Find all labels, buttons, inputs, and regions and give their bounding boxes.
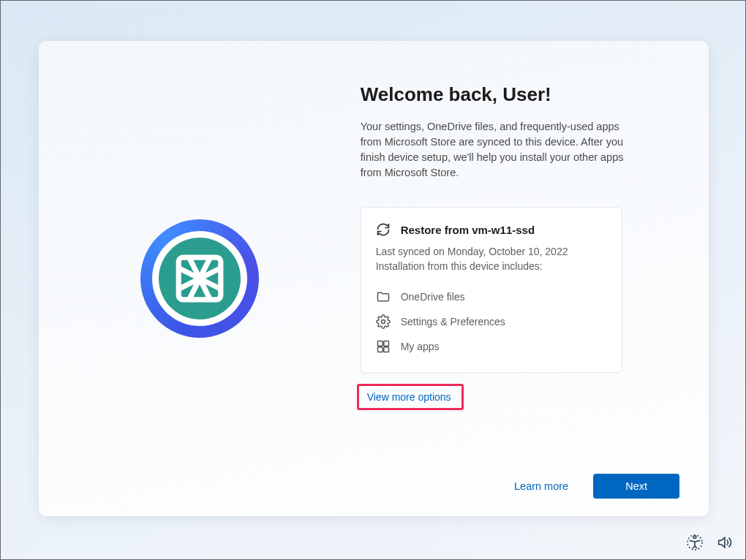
learn-more-button[interactable]: Learn more — [502, 474, 580, 499]
apps-icon — [376, 339, 391, 354]
restore-item-settings: Settings & Preferences — [376, 309, 607, 334]
page-description: Your settings, OneDrive files, and frequ… — [361, 119, 631, 181]
view-more-options-link[interactable]: View more options — [361, 386, 458, 408]
system-tray — [687, 534, 732, 550]
content-pane: Welcome back, User! Your settings, OneDr… — [361, 41, 709, 516]
restore-item-label: Settings & Preferences — [401, 316, 505, 328]
footer-actions: Learn more Next — [502, 474, 679, 499]
restore-item-apps: My apps — [376, 334, 607, 359]
avatar-icon — [159, 238, 241, 319]
svg-point-6 — [693, 536, 696, 539]
knot-icon — [173, 252, 226, 305]
avatar-inner — [152, 231, 247, 326]
restore-item-onedrive: OneDrive files — [376, 284, 607, 309]
page-title: Welcome back, User! — [361, 83, 679, 106]
restore-card[interactable]: Restore from vm-w11-ssd Last synced on M… — [361, 207, 622, 373]
svg-rect-4 — [377, 347, 383, 352]
restore-header: Restore from vm-w11-ssd — [376, 222, 607, 237]
next-button[interactable]: Next — [593, 474, 679, 499]
sync-icon — [376, 222, 391, 237]
svg-point-1 — [381, 319, 385, 323]
setup-card: Welcome back, User! Your settings, OneDr… — [39, 41, 709, 516]
restore-title: Restore from vm-w11-ssd — [401, 224, 535, 236]
volume-icon[interactable] — [716, 534, 732, 550]
folder-icon — [376, 290, 391, 304]
avatar-pane — [39, 41, 361, 516]
restore-subtext: Last synced on Monday, October 10, 2022 … — [376, 244, 607, 274]
svg-rect-2 — [377, 341, 383, 346]
svg-rect-5 — [384, 347, 389, 352]
restore-item-label: OneDrive files — [401, 291, 465, 303]
svg-rect-3 — [384, 341, 389, 346]
accessibility-icon[interactable] — [687, 534, 703, 550]
restore-includes-label: Installation from this device includes: — [376, 260, 543, 272]
avatar-ring — [140, 219, 259, 338]
gear-icon — [376, 314, 391, 329]
restore-item-label: My apps — [401, 341, 440, 352]
restore-last-synced: Last synced on Monday, October 10, 2022 — [376, 246, 568, 257]
